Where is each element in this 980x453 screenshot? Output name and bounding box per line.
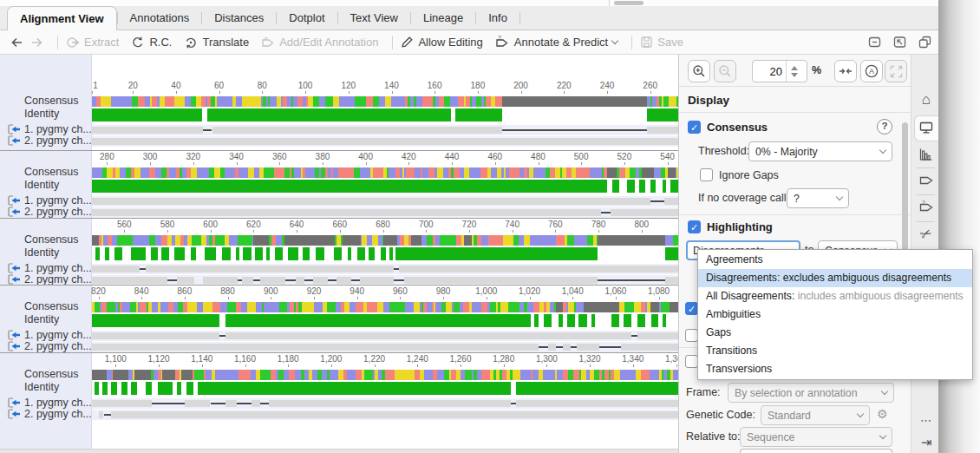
dropdown-item-agreements[interactable]: Agreements (698, 251, 972, 269)
consensus-row-label[interactable]: Consensus (24, 368, 79, 380)
tab-text-view[interactable]: Text View (338, 6, 410, 30)
dropdown-item-ambiguities[interactable]: Ambiguities (698, 305, 972, 324)
display-panel-icon[interactable] (911, 120, 941, 139)
frame-select[interactable]: By selection or annotation (728, 383, 894, 403)
consensus-row-label[interactable]: Consensus (24, 166, 79, 178)
consensus-colorbar[interactable] (92, 235, 678, 246)
sequence-track[interactable] (92, 125, 678, 135)
identity-track[interactable] (92, 108, 678, 121)
sequence-name[interactable]: 1. pygmy ch... (8, 194, 92, 207)
hidden-option-checkbox[interactable] (685, 329, 698, 342)
dropdown-item-gaps[interactable]: Gaps (698, 324, 972, 342)
identity-row-label[interactable]: Identity (24, 381, 59, 393)
identity-row-label[interactable]: Identity (24, 108, 59, 120)
genetic-code-select[interactable]: Standard (761, 405, 870, 425)
tab-info[interactable]: Info (476, 6, 519, 30)
no-coverage-select[interactable]: ? (787, 188, 849, 208)
zoom-in-button[interactable] (688, 60, 710, 82)
sequence-track[interactable] (92, 264, 678, 274)
help-button[interactable]: ? (877, 119, 892, 135)
sline-segment (285, 279, 296, 281)
identity-row-label[interactable]: Identity (24, 313, 59, 325)
dropdown-item-disagreements[interactable]: Disagreements: excludes ambiguous disagr… (698, 269, 972, 287)
consensus-colorbar[interactable] (92, 96, 678, 107)
sequence-name[interactable]: 1. pygmy ch... (8, 123, 92, 135)
add-edit-annotation-button[interactable]: Add/Edit Annotation (261, 36, 378, 49)
tab-distances[interactable]: Distances (202, 6, 276, 30)
zoom-out-button[interactable] (714, 60, 736, 82)
sequence-track[interactable] (92, 331, 678, 341)
horizontal-scrollbar[interactable] (0, 449, 678, 453)
sequence-name[interactable]: 2. pygmy ch... (8, 408, 92, 420)
reverse-complement-button[interactable]: R.C. (131, 36, 172, 49)
annotate-predict-panel-icon[interactable]: ? (911, 200, 941, 218)
sequence-name[interactable]: 2. pygmy ch... (8, 135, 92, 147)
identity-row-label[interactable]: Identity (24, 179, 59, 191)
identity-track[interactable] (92, 180, 678, 193)
annotate-predict-button[interactable]: ? Annotate & Predict (495, 36, 617, 49)
forward-button[interactable] (29, 36, 43, 49)
dock-view-icon[interactable] (892, 35, 907, 49)
dropdown-item-transversions[interactable]: Transversions (698, 360, 972, 378)
sequence-name[interactable]: 2. pygmy ch... (8, 206, 92, 218)
sequence-name[interactable]: 1. pygmy ch... (8, 262, 92, 274)
save-button[interactable]: Save (640, 36, 683, 49)
consensus-colorbar[interactable] (92, 302, 678, 312)
ruler-label: 380 (316, 152, 330, 161)
fit-width-button[interactable] (834, 60, 857, 82)
collapse-view-icon[interactable] (867, 35, 882, 49)
tab-lineage[interactable]: Lineage (411, 6, 475, 30)
consensus-row-label[interactable]: Consensus (24, 300, 79, 312)
tab-annotations[interactable]: Annotations (118, 6, 202, 30)
consensus-colorbar[interactable] (92, 167, 678, 178)
extract-button[interactable]: Extract (66, 36, 119, 49)
highlighting-checkbox[interactable]: ✓ (688, 220, 701, 233)
sequence-name[interactable]: 1. pygmy ch... (8, 397, 92, 409)
annotations-panel-icon[interactable] (911, 174, 941, 191)
relative-to-select[interactable]: Sequence (740, 427, 892, 447)
sline-segment (140, 268, 146, 270)
tab-dotplot[interactable]: Dotplot (277, 6, 336, 30)
allow-editing-button[interactable]: Allow Editing (401, 36, 482, 49)
dropdown-item-transitions[interactable]: Transitions (698, 342, 972, 360)
hidden-option-checkbox[interactable]: ✓ (685, 302, 698, 315)
tab-alignment-view[interactable]: Alignment View (7, 6, 117, 30)
sequence-track[interactable] (92, 196, 678, 207)
zoom-stepper[interactable] (786, 61, 801, 82)
hidden-option-checkbox[interactable] (685, 355, 698, 368)
consensus-row-label[interactable]: Consensus (24, 95, 79, 107)
consensus-colorbar[interactable] (92, 370, 678, 380)
identity-track[interactable] (92, 314, 678, 327)
consensus-base-segment (550, 235, 556, 246)
undock-view-icon[interactable] (918, 35, 932, 49)
dropdown-item-all-disagreements[interactable]: All Disagreements: includes ambiguous di… (698, 287, 972, 305)
gear-icon[interactable]: ⚙ (877, 407, 888, 421)
sequence-track[interactable] (92, 398, 678, 409)
back-button[interactable] (10, 36, 24, 49)
iseg-segment (647, 108, 678, 121)
sequence-track[interactable] (92, 207, 678, 218)
identity-row-label[interactable]: Identity (24, 246, 59, 259)
consensus-row-label[interactable]: Consensus (24, 233, 79, 246)
more-panels-icon[interactable]: ⋯ (911, 412, 941, 430)
sequence-name[interactable]: 2. pygmy ch... (8, 340, 92, 352)
ignore-gaps-checkbox[interactable] (700, 168, 713, 181)
ruler-tick (633, 364, 634, 367)
zoom-level-input[interactable] (753, 64, 786, 79)
sequence-track[interactable] (92, 136, 678, 147)
consensus-checkbox[interactable]: ✓ (688, 121, 701, 134)
identity-track[interactable] (92, 382, 678, 395)
identity-track[interactable] (92, 247, 678, 260)
sequence-track[interactable] (92, 342, 678, 352)
statistics-panel-icon[interactable] (911, 147, 941, 166)
translate-button[interactable]: Translate (184, 36, 249, 49)
home-icon[interactable]: ⌂ (911, 91, 941, 108)
zoom-to-selection-button[interactable]: A (860, 60, 883, 82)
sequence-track[interactable] (92, 410, 678, 420)
sequence-name[interactable]: 2. pygmy ch... (8, 273, 92, 286)
collapse-panel-icon[interactable]: ⇥ (911, 434, 941, 451)
sequence-name[interactable]: 1. pygmy ch... (8, 329, 92, 341)
full-zoom-button[interactable] (885, 60, 907, 82)
threshold-select[interactable]: 0% - Majority (748, 141, 892, 161)
consensus-base-segment (532, 370, 539, 380)
